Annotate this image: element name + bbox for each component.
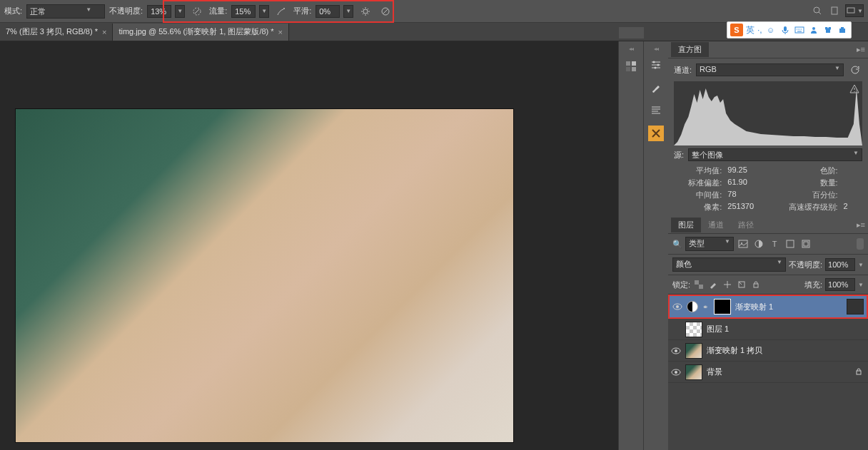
paragraph-icon[interactable] — [647, 101, 665, 120]
layer-name[interactable]: 渐变映射 1 — [735, 302, 842, 312]
ime-skin-icon[interactable] — [822, 24, 834, 36]
tab-paths[interactable]: 路径 — [731, 218, 761, 232]
channel-select[interactable]: RGB ▼ — [696, 63, 844, 76]
collapsed-panel-strip-2: ◂◂ — [643, 41, 668, 450]
extra-thumb[interactable] — [847, 299, 864, 315]
swatches-icon[interactable] — [622, 57, 640, 76]
flow-dropdown[interactable]: ▼ — [259, 5, 269, 18]
ime-punct[interactable]: ·, — [757, 25, 762, 35]
svg-rect-21 — [695, 280, 699, 285]
canvas-area[interactable] — [0, 41, 618, 450]
collapsed-panel-strip-1: ◂◂ — [618, 41, 643, 450]
layer-opacity-input[interactable] — [825, 258, 855, 271]
layer-thumb[interactable] — [685, 364, 702, 380]
tab-channels[interactable]: 通道 — [701, 218, 731, 232]
filter-image-icon[interactable] — [737, 237, 750, 250]
lock-transparency-icon[interactable] — [693, 279, 705, 290]
flow-input[interactable] — [231, 5, 256, 18]
svg-rect-38 — [841, 27, 844, 29]
doc-tab-1-title: 7% (图层 3 拷贝, RGB/8) * — [6, 26, 98, 37]
pixels-label: 像素: — [674, 202, 722, 213]
screen-mode-icon[interactable]: ▼ — [845, 4, 864, 17]
svg-point-30 — [675, 349, 677, 352]
tools-crossed-icon[interactable] — [647, 124, 665, 143]
ime-voice-icon[interactable] — [779, 24, 791, 36]
ime-toolbox-icon[interactable] — [837, 24, 848, 36]
smooth-input[interactable] — [316, 5, 340, 18]
svg-rect-33 — [857, 371, 861, 374]
filter-shape-icon[interactable] — [784, 237, 797, 250]
share-doc-icon[interactable] — [828, 4, 841, 17]
adjustments-icon[interactable] — [647, 56, 665, 74]
fill-input[interactable] — [825, 278, 855, 291]
brush-icon[interactable] — [647, 78, 665, 97]
ime-keyboard-icon[interactable] — [794, 24, 805, 36]
svg-rect-9 — [626, 67, 630, 71]
filter-smart-icon[interactable] — [799, 237, 812, 250]
filter-kind-value: 类型 — [689, 239, 705, 247]
panel-menu-icon[interactable]: ▸≡ — [857, 45, 865, 54]
smooth-dropdown[interactable]: ▼ — [343, 5, 353, 18]
layer-row-gradient-map-1[interactable]: ⚭ 渐变映射 1 — [668, 295, 868, 319]
panel-menu-icon[interactable]: ▸≡ — [857, 220, 865, 230]
close-icon[interactable]: × — [102, 28, 106, 36]
layer-row-layer-1[interactable]: 图层 1 — [668, 319, 868, 340]
filter-toggle-icon[interactable] — [857, 238, 864, 250]
svg-rect-37 — [839, 29, 845, 33]
lock-label: 锁定: — [672, 280, 690, 290]
ime-person-icon[interactable] — [808, 24, 819, 36]
blend-mode-select[interactable]: 颜色 ▼ — [672, 257, 786, 272]
layers-filter-row: 🔍 类型 ▼ T — [668, 234, 868, 255]
doc-tab-1[interactable]: 7% (图层 3 拷贝, RGB/8) * × — [0, 24, 113, 41]
ime-lang[interactable]: 英 — [746, 24, 755, 36]
opacity-dropdown-icon[interactable]: ▼ — [858, 262, 864, 268]
svg-point-13 — [655, 67, 657, 69]
filter-text-icon[interactable]: T — [768, 237, 781, 250]
close-icon[interactable]: × — [278, 28, 283, 36]
search-icon[interactable] — [811, 4, 824, 17]
layer-name[interactable]: 背景 — [707, 367, 851, 377]
filter-kind-select[interactable]: 类型 ▼ — [685, 237, 734, 251]
lock-all-icon[interactable] — [750, 279, 762, 290]
airbrush-icon[interactable] — [273, 4, 289, 19]
pressure-opacity-icon[interactable] — [189, 4, 205, 19]
strip-handle-icon[interactable]: ◂◂ — [622, 46, 640, 51]
svg-point-32 — [675, 371, 677, 374]
layer-row-background[interactable]: 背景 — [668, 362, 868, 383]
refresh-icon[interactable] — [848, 63, 862, 77]
mode-select[interactable]: 正常 ▼ — [26, 4, 105, 19]
layer-row-gradient-map-1-copy[interactable]: 渐变映射 1 拷贝 — [668, 340, 868, 362]
tab-histogram[interactable]: 直方图 — [671, 42, 709, 57]
fill-dropdown-icon[interactable]: ▼ — [858, 282, 864, 288]
visibility-eye-icon[interactable] — [671, 346, 681, 356]
ime-emoji-icon[interactable]: ☺ — [765, 24, 777, 36]
doc-tab-2[interactable]: timg.jpg @ 55.6% (渐变映射 1, 图层蒙版/8) * × — [113, 24, 289, 41]
lock-nested-icon[interactable] — [736, 279, 747, 290]
pressure-size-icon[interactable] — [378, 4, 393, 19]
opacity-input[interactable] — [147, 5, 171, 18]
mask-thumb[interactable] — [714, 299, 731, 315]
layer-thumb[interactable] — [685, 343, 702, 359]
warning-icon[interactable] — [849, 84, 859, 96]
filter-adjust-icon[interactable] — [752, 237, 765, 250]
opacity-dropdown[interactable]: ▼ — [175, 5, 185, 18]
svg-rect-7 — [626, 61, 630, 66]
ime-toolbar[interactable]: S 英 ·, ☺ — [727, 21, 852, 39]
visibility-eye-icon[interactable] — [672, 302, 682, 312]
svg-rect-10 — [632, 67, 636, 71]
layer-name[interactable]: 渐变映射 1 拷贝 — [707, 345, 865, 356]
lock-position-icon[interactable] — [722, 279, 733, 290]
source-select[interactable]: 整个图像 ▼ — [688, 148, 862, 161]
cache-value: 2 — [844, 202, 862, 213]
ime-logo-icon[interactable]: S — [730, 24, 743, 36]
layer-thumb[interactable] — [685, 322, 702, 337]
layer-name[interactable]: 图层 1 — [707, 324, 865, 334]
svg-rect-18 — [787, 240, 794, 247]
stddev-label: 标准偏差: — [674, 178, 722, 188]
smooth-settings-icon[interactable] — [358, 4, 373, 19]
visibility-eye-icon[interactable] — [671, 367, 681, 377]
strip-handle-icon[interactable]: ◂◂ — [647, 46, 665, 51]
tab-layers[interactable]: 图层 — [671, 218, 701, 232]
search-icon[interactable]: 🔍 — [672, 240, 682, 249]
lock-paint-icon[interactable] — [707, 279, 719, 290]
